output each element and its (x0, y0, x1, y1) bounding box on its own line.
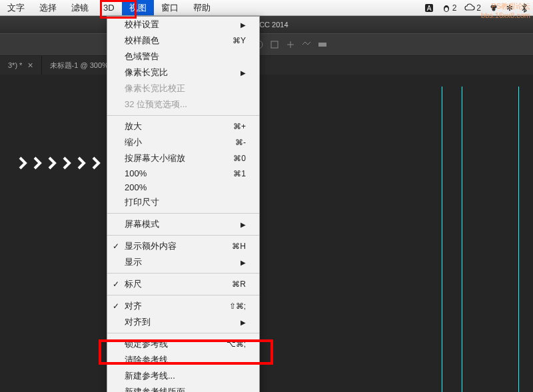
menu-item-label: 校样颜色 (125, 35, 159, 47)
document-tab-1[interactable]: 3*) * × (0, 56, 42, 75)
menu-item-label: 100% (125, 168, 147, 178)
chevron-right-icon (60, 156, 75, 170)
view-menu-dropdown: 校样设置▶校样颜色⌘Y色域警告像素长宽比▶像素长宽比校正32 位预览选项...放… (107, 16, 260, 392)
menu-shortcut: ⌘0 (233, 154, 246, 163)
menu-window[interactable]: 窗口 (154, 0, 186, 15)
chevron-right-icon (75, 156, 89, 170)
menu-item[interactable]: ✓显示额外内容⌘H (107, 238, 259, 254)
menu-shortcut: ⌘R (232, 280, 246, 289)
menu-item-label: 按屏幕大小缩放 (125, 152, 185, 164)
menu-item-label: 屏幕模式 (125, 218, 159, 230)
menu-shortcut: ⌘+ (233, 122, 246, 131)
vertical-guide[interactable] (462, 87, 462, 392)
tab-label: 3*) * (8, 61, 22, 69)
menu-separator (107, 213, 259, 214)
menu-item[interactable]: 色域警告 (107, 49, 259, 65)
menu-view[interactable]: 视图 (122, 0, 154, 15)
menu-select[interactable]: 选择 (32, 0, 64, 15)
chevron-right-icon (45, 156, 60, 170)
tool-icon-4[interactable] (301, 39, 312, 50)
menu-item-label: 对齐 (125, 300, 142, 312)
menu-item-label: 标尺 (125, 278, 142, 290)
menu-item[interactable]: 缩小⌘- (107, 134, 259, 150)
menu-shortcut: ⌘Y (233, 36, 246, 45)
penguin-icon: 2 (442, 3, 457, 13)
check-icon: ✓ (113, 280, 119, 289)
menu-item-label: 新建参考线版面... (125, 386, 193, 392)
menu-item-label: 像素长宽比校正 (125, 83, 185, 95)
svg-point-3 (444, 7, 448, 11)
svg-text:A: A (426, 5, 431, 12)
check-icon: ✓ (113, 301, 119, 311)
menu-item-label: 32 位预览选项... (125, 98, 187, 110)
submenu-arrow-icon: ▶ (241, 259, 246, 266)
menu-item[interactable]: 100%⌘1 (107, 166, 259, 180)
cc-cloud-icon: 2 (464, 3, 481, 13)
menu-filter[interactable]: 滤镜 (64, 0, 96, 15)
vertical-guide[interactable] (442, 87, 442, 392)
menu-item-label: 新建参考线... (125, 370, 175, 382)
menu-item-label: 缩小 (125, 136, 142, 148)
menu-separator (107, 273, 259, 274)
menu-item-label: 色域警告 (125, 51, 159, 63)
menu-text[interactable]: 文字 (0, 0, 32, 15)
menu-shortcut: ⌘1 (233, 169, 246, 178)
menu-item[interactable]: 按屏幕大小缩放⌘0 (107, 150, 259, 166)
menu-item[interactable]: 校样设置▶ (107, 17, 259, 33)
menu-separator (107, 295, 259, 295)
menu-item: 像素长宽比校正 (107, 81, 259, 97)
menu-item[interactable]: 显示▶ (107, 254, 259, 270)
menu-shortcut: ⇧⌘; (229, 301, 246, 311)
menu-item[interactable]: 打印尺寸 (107, 194, 259, 210)
menu-item-label: 对齐到 (125, 316, 151, 328)
options-bar (0, 33, 533, 56)
menu-item[interactable]: 新建参考线... (107, 368, 259, 384)
system-menubar: 文字 选择 滤镜 3D 视图 窗口 帮助 A 2 2 ✻ (0, 0, 533, 16)
svg-rect-8 (271, 41, 278, 48)
menu-item-label: 显示 (125, 256, 142, 268)
menu-item-label: 校样设置 (125, 19, 159, 31)
menu-item-label: 显示额外内容 (125, 240, 177, 252)
menu-item: 32 位预览选项... (107, 97, 259, 112)
menu-item[interactable]: 锁定参考线⌥⌘; (107, 336, 259, 352)
canvas[interactable] (0, 75, 533, 392)
menu-item[interactable]: 清除参考线 (107, 352, 259, 368)
check-icon: ✓ (113, 242, 119, 251)
menu-3d[interactable]: 3D (96, 0, 122, 15)
submenu-arrow-icon: ▶ (241, 21, 246, 29)
watermark-text: PS教程论坛 bbs.16xx8.com (481, 1, 530, 19)
tool-icon-3[interactable] (285, 39, 296, 50)
arrow-decoration (16, 156, 104, 170)
tool-icon-5[interactable] (317, 39, 328, 50)
menu-item-label: 像素长宽比 (125, 67, 168, 79)
menu-separator (107, 235, 259, 236)
close-icon[interactable]: × (27, 60, 33, 71)
menu-item[interactable]: 对齐到▶ (107, 314, 259, 330)
menu-shortcut: ⌥⌘; (227, 339, 246, 349)
menu-help[interactable]: 帮助 (186, 0, 218, 15)
chevron-right-icon (89, 156, 104, 170)
submenu-arrow-icon: ▶ (241, 319, 246, 326)
app-title-bar: o CC 2014 (0, 16, 533, 33)
menu-shortcut: ⌘- (235, 138, 246, 147)
menu-item[interactable]: 校样颜色⌘Y (107, 33, 259, 49)
submenu-arrow-icon: ▶ (241, 69, 246, 77)
menu-item[interactable]: ✓标尺⌘R (107, 276, 259, 292)
menu-item[interactable]: 放大⌘+ (107, 118, 259, 134)
tool-icon-2[interactable] (269, 39, 280, 50)
menu-shortcut: ⌘H (232, 242, 246, 251)
menu-item[interactable]: 200% (107, 180, 259, 194)
menu-item[interactable]: 屏幕模式▶ (107, 216, 259, 232)
menu-item[interactable]: ✓对齐⇧⌘; (107, 298, 259, 314)
menu-separator (107, 333, 259, 333)
chevron-right-icon (16, 156, 31, 170)
tab-label: 未标题-1 @ 300% (50, 61, 109, 71)
menu-item-label: 清除参考线 (125, 354, 168, 366)
vertical-guide[interactable] (518, 87, 519, 392)
menu-separator (107, 115, 259, 116)
adobe-icon: A (424, 3, 434, 13)
menu-item[interactable]: 新建参考线版面... (107, 384, 259, 392)
submenu-arrow-icon: ▶ (241, 221, 246, 228)
menu-item[interactable]: 像素长宽比▶ (107, 65, 259, 81)
menu-item-label: 锁定参考线 (125, 338, 168, 350)
